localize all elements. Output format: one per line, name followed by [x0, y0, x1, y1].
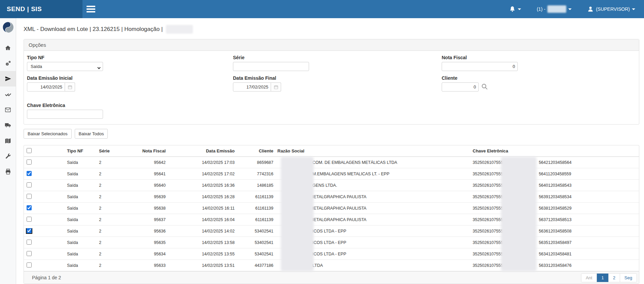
table-row: Saída 2 95639 14/02/2025 16:28 61161139 …: [24, 191, 639, 203]
cell-data-emissao: 14/02/2025 16:04: [167, 217, 236, 222]
results-table: Tipo NF Série Nota Fiscal Data Emissão C…: [24, 145, 639, 284]
notifications-bell[interactable]: [509, 5, 521, 13]
cell-serie: 2: [96, 172, 135, 176]
double-check-icon: [5, 91, 11, 98]
cell-data-emissao: 14/02/2025 16:28: [167, 194, 236, 199]
cell-data-emissao: 14/02/2025 13:55: [167, 252, 236, 256]
page-title: XML - Download em Lote | 23.126215 | Hom…: [24, 26, 163, 33]
print-icon: [5, 169, 11, 175]
select-all-checkbox[interactable]: [27, 148, 32, 153]
cell-data-emissao: 14/02/2025 14:02: [167, 229, 236, 234]
pagination-page-2-button[interactable]: 2: [608, 274, 620, 282]
download-icon[interactable]: [45, 203, 55, 213]
map-icon: [5, 138, 11, 144]
download-icon[interactable]: [45, 157, 55, 168]
row-checkbox[interactable]: [27, 228, 32, 233]
pagination-next-button[interactable]: Seg: [620, 274, 637, 282]
user-menu[interactable]: (SUPERVISOR): [587, 6, 635, 12]
table-row: Saída 2 95638 14/02/2025 16:11 61161139 …: [24, 203, 639, 214]
sidebar-item-home[interactable]: [0, 40, 16, 56]
row-checkbox[interactable]: [27, 240, 32, 245]
notification-count: (1) -: [537, 6, 545, 12]
row-checkbox[interactable]: [27, 262, 32, 268]
data-emissao-final-label: Data Emissão Final: [233, 75, 442, 81]
cell-chave-eletronica: 352502610755556341203458481: [470, 252, 639, 256]
cell-data-emissao: 14/02/2025 16:36: [167, 183, 236, 188]
cell-chave-eletronica: 352502610755556361203458508: [470, 229, 639, 234]
row-checkbox[interactable]: [27, 194, 32, 199]
cell-tipo-nf: Saída: [63, 217, 96, 222]
sidebar-item-map[interactable]: [0, 133, 16, 148]
download-icon[interactable]: [45, 226, 55, 236]
cell-nota-fiscal: 95634: [135, 252, 167, 256]
row-checkbox[interactable]: [27, 182, 32, 187]
app-brand: SEND | SIS: [7, 5, 42, 13]
search-icon[interactable]: [481, 83, 488, 92]
cell-tipo-nf: Saída: [63, 194, 96, 199]
cell-nota-fiscal: 95636: [135, 229, 167, 234]
serie-input[interactable]: [233, 62, 309, 71]
calendar-icon[interactable]: [271, 82, 281, 92]
tipo-nf-label: Tipo NF: [27, 55, 233, 60]
cliente-input[interactable]: [442, 82, 479, 92]
download-icon[interactable]: [45, 215, 55, 225]
cogs-icon: [5, 60, 11, 67]
calendar-icon[interactable]: [65, 82, 75, 92]
row-checkbox[interactable]: [27, 217, 32, 222]
row-checkbox[interactable]: [27, 171, 32, 176]
caret-down-icon: [568, 8, 572, 10]
sidebar-item-wrench[interactable]: [0, 148, 16, 164]
cell-serie: 2: [96, 229, 135, 234]
cell-nota-fiscal: 95641: [135, 172, 167, 176]
sidebar-item-print[interactable]: [0, 164, 16, 179]
cell-tipo-nf: Saída: [63, 206, 96, 211]
sidebar-item-send[interactable]: [0, 71, 16, 86]
table-row: Saída 2 95635 14/02/2025 13:58 53402541 …: [24, 237, 639, 248]
col-tipo-nf: Tipo NF: [63, 148, 96, 153]
download-icon[interactable]: [45, 192, 55, 202]
pagination-prev-button[interactable]: Ant: [581, 274, 597, 282]
col-serie: Série: [96, 148, 135, 153]
wrench-icon: [5, 153, 11, 159]
sidebar-nav: [0, 40, 16, 179]
sidebar-item-truck[interactable]: [0, 117, 16, 133]
cell-data-emissao: 14/02/2025 13:58: [167, 240, 236, 245]
bell-icon: [509, 5, 516, 13]
download-icon[interactable]: [45, 238, 55, 248]
hamburger-menu-icon[interactable]: [87, 0, 95, 18]
chave-eletronica-input[interactable]: [27, 110, 103, 119]
download-icon[interactable]: [45, 180, 55, 190]
company-selector[interactable]: (1) -: [537, 5, 572, 13]
tipo-nf-select[interactable]: Saída: [27, 62, 103, 71]
download-icon[interactable]: [45, 169, 55, 179]
baixar-selecionados-button[interactable]: Baixar Selecionados: [24, 129, 72, 139]
cell-cliente: 53402541: [236, 229, 275, 234]
row-checkbox[interactable]: [27, 159, 32, 165]
nota-fiscal-input[interactable]: [442, 62, 518, 71]
download-icon[interactable]: [45, 249, 55, 259]
sidebar-item-double-check[interactable]: [0, 86, 16, 102]
pagination: Ant 1 2 Seg: [581, 273, 637, 282]
cell-serie: 2: [96, 183, 135, 188]
table-row: Saída 2 95640 14/02/2025 16:36 1486185 G…: [24, 180, 639, 191]
col-cliente: Cliente: [236, 148, 275, 153]
cell-nota-fiscal: 95642: [135, 160, 167, 165]
cell-nota-fiscal: 95635: [135, 240, 167, 245]
cell-tipo-nf: Saída: [63, 160, 96, 165]
table-row: Saída 2 95634 14/02/2025 13:55 53402541 …: [24, 248, 639, 260]
download-icon[interactable]: [45, 260, 55, 271]
row-checkbox[interactable]: [27, 251, 32, 256]
data-emissao-inicial-input[interactable]: [27, 82, 65, 92]
cell-chave-eletronica: 352502610755556381203458529: [470, 206, 639, 211]
truck-icon: [5, 122, 11, 129]
pagination-page-1-button[interactable]: 1: [597, 274, 608, 282]
user-label: (SUPERVISOR): [596, 6, 630, 12]
cell-serie: 2: [96, 194, 135, 199]
sidebar-item-envelope[interactable]: [0, 102, 16, 117]
cell-nota-fiscal: 95640: [135, 183, 167, 188]
table-row: Saída 2 95633 14/02/2025 13:51 44377186 …: [24, 260, 639, 271]
data-emissao-final-input[interactable]: [233, 82, 271, 92]
row-checkbox[interactable]: [27, 205, 32, 210]
baixar-todos-button[interactable]: Baixar Todos: [75, 129, 108, 139]
sidebar-item-cogs[interactable]: [0, 56, 16, 71]
